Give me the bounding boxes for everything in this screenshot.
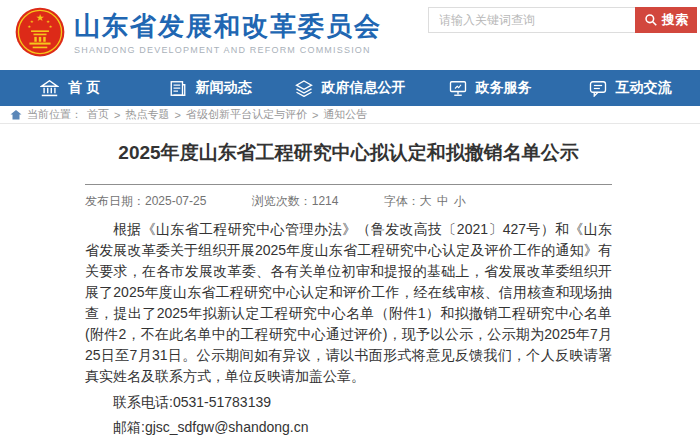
breadcrumb-item-platform[interactable]: 省级创新平台认定与评价: [186, 107, 307, 122]
nav-item-interaction[interactable]: 互动交流: [560, 70, 700, 106]
publish-date-label: 发布日期：: [85, 194, 145, 208]
nav-item-label: 首 页: [68, 79, 100, 97]
site-subtitle: SHANDONG DEVELOPMENT AND REFORM COMMISSI…: [74, 45, 382, 55]
nav-item-label: 互动交流: [616, 79, 672, 97]
view-count-value: 1214: [312, 194, 339, 208]
article-meta: 发布日期：2025-07-25 浏览次数：1214 字体：大中小: [85, 193, 612, 210]
nav-item-label: 政务服务: [476, 79, 532, 97]
site-header: ★ ★ ★ ★ ★ 山东省发展和改革委员会 SHANDONG DEVELOPME…: [0, 0, 700, 70]
layers-icon: [295, 80, 313, 97]
contact-phone: 联系电话:0531-51783139: [85, 392, 612, 413]
site-title: 山东省发展和改革委员会: [74, 11, 382, 41]
view-count-label: 浏览次数：: [252, 194, 312, 208]
bank-icon: [40, 80, 59, 97]
breadcrumb: 当前位置： 首页 > 热点专题 > 省级创新平台认定与评价 > 通知公告: [0, 106, 700, 124]
breadcrumb-label: 当前位置：: [27, 107, 82, 122]
view-count: 浏览次数：1214: [252, 194, 339, 208]
nav-item-label: 政府信息公开: [322, 79, 406, 97]
publish-date-value: 2025-07-25: [145, 194, 206, 208]
breadcrumb-separator: >: [174, 109, 180, 121]
breadcrumb-separator: >: [114, 109, 120, 121]
svg-text:★: ★: [49, 24, 53, 29]
nav-item-services[interactable]: 政务服务: [420, 70, 560, 106]
national-emblem-logo: ★ ★ ★ ★ ★: [14, 6, 66, 58]
brand-block: 山东省发展和改革委员会 SHANDONG DEVELOPMENT AND REF…: [74, 11, 382, 55]
monitor-icon: [449, 80, 467, 97]
nav-item-news[interactable]: 新闻动态: [140, 70, 280, 106]
publish-date: 发布日期：2025-07-25: [85, 194, 206, 208]
breadcrumb-item-topics[interactable]: 热点专题: [125, 107, 169, 122]
search-button-label: 搜索: [662, 11, 688, 29]
font-size-control: 字体：大中小: [384, 194, 471, 208]
font-size-large-button[interactable]: 大: [420, 194, 432, 208]
nav-item-gov-info[interactable]: 政府信息公开: [280, 70, 420, 106]
nav-item-label: 新闻动态: [196, 79, 252, 97]
font-size-medium-button[interactable]: 中: [437, 194, 449, 208]
font-size-label: 字体：: [384, 194, 420, 208]
page-title: 2025年度山东省工程研究中心拟认定和拟撤销名单公示: [85, 140, 612, 166]
search-input[interactable]: [428, 7, 635, 33]
article: 2025年度山东省工程研究中心拟认定和拟撤销名单公示 发布日期：2025-07-…: [0, 124, 700, 446]
main-nav: 首 页 新闻动态 政府信息公开 政务服务: [0, 70, 700, 106]
svg-text:★: ★: [36, 12, 45, 23]
title-divider: [85, 184, 612, 185]
home-icon: [10, 109, 22, 120]
contact-email: 邮箱:gjsc_sdfgw@shandong.cn: [85, 417, 612, 438]
search-icon: [644, 13, 658, 27]
breadcrumb-item-notices[interactable]: 通知公告: [323, 107, 367, 122]
chat-icon: [589, 80, 607, 97]
nav-item-home[interactable]: 首 页: [0, 70, 140, 106]
search-bar: 搜索: [428, 7, 697, 33]
search-button[interactable]: 搜索: [635, 7, 697, 33]
news-icon: [169, 80, 187, 97]
breadcrumb-separator: >: [312, 109, 318, 121]
article-paragraph: 根据《山东省工程研究中心管理办法》（鲁发改高技〔2021〕427号）和《山东省发…: [85, 219, 612, 387]
font-size-small-button[interactable]: 小: [454, 194, 466, 208]
breadcrumb-item-home[interactable]: 首页: [87, 107, 109, 122]
svg-text:★: ★: [28, 24, 32, 29]
